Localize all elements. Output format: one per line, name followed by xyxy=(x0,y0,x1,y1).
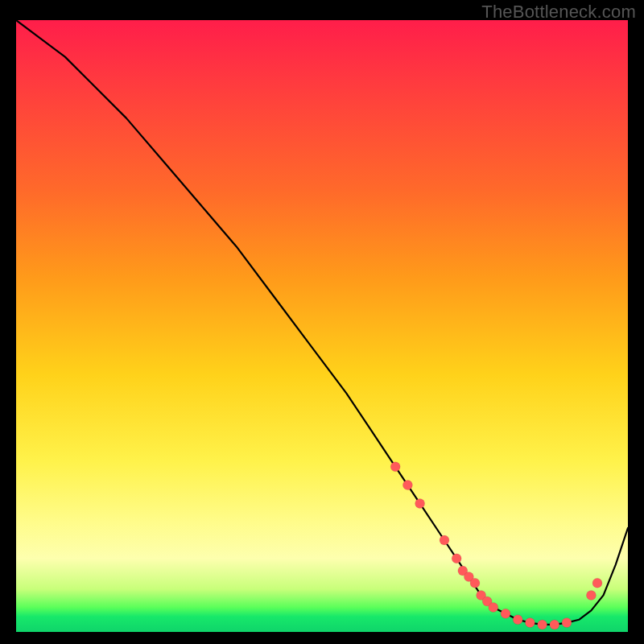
dot xyxy=(550,620,559,630)
near-optimum-dots xyxy=(390,462,602,630)
watermark-text: TheBottleneck.com xyxy=(481,2,636,23)
dot xyxy=(592,578,602,588)
dot xyxy=(415,498,425,508)
bottleneck-curve xyxy=(16,20,628,625)
dot xyxy=(452,554,461,564)
plot-area xyxy=(16,20,628,632)
dot xyxy=(501,609,510,618)
dot xyxy=(562,618,572,628)
dot xyxy=(489,603,498,613)
curve-layer xyxy=(16,20,628,632)
dot xyxy=(440,535,449,545)
dot xyxy=(402,481,412,490)
dot xyxy=(470,578,480,588)
dot xyxy=(538,620,547,630)
dot xyxy=(586,590,596,600)
chart-container: TheBottleneck.com xyxy=(0,0,644,644)
dot xyxy=(513,615,522,625)
dot xyxy=(525,618,535,628)
dot xyxy=(390,462,400,472)
